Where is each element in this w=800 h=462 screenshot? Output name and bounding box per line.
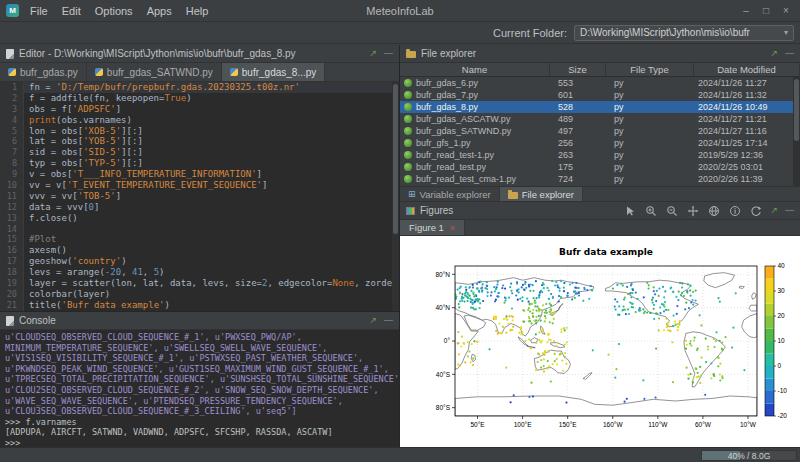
code-line[interactable]: 15#Plot xyxy=(0,234,399,245)
code-line[interactable]: 6lat = obs['YOB-5'][:] xyxy=(0,136,399,147)
meteoinfolab-window: M FileEditOptionsAppsHelp MeteoInfoLab –… xyxy=(0,0,800,462)
code-line[interactable]: 5lon = obs['XOB-5'][:] xyxy=(0,126,399,137)
code-line[interactable]: 8typ = obs['TYP-5'][:] xyxy=(0,158,399,169)
tab-file-explorer[interactable]: File explorer xyxy=(500,187,583,201)
code-text: v = obs['T___INFO_TEMPERATURE_INFORMATIO… xyxy=(24,169,262,180)
code-line[interactable]: 11vvv = vv['TOB-5'] xyxy=(0,191,399,202)
code-editor[interactable]: 1fn = 'D:/Temp/bufr/prepbufr.gdas.202303… xyxy=(0,82,399,311)
menu-file[interactable]: File xyxy=(23,2,55,20)
editor-tab-label: bufr_gdas.py xyxy=(20,67,78,78)
python-file-icon xyxy=(404,79,412,87)
file-type: py xyxy=(606,114,694,124)
scrollbar-thumb[interactable] xyxy=(393,84,398,234)
column-header-file-type[interactable]: File Type xyxy=(606,63,694,76)
hide-panel-icon[interactable]: — xyxy=(785,49,794,58)
code-line[interactable]: 21title('Bufr data example') xyxy=(0,300,399,311)
minimize-icon[interactable]: – xyxy=(736,5,756,16)
file-table[interactable]: bufr_gdas_6.py553py2024/11/26 11:27bufr_… xyxy=(400,77,800,186)
code-line[interactable]: 3obs = f['ADPSFC'] xyxy=(0,104,399,115)
undock-icon[interactable]: ↗ xyxy=(369,316,377,325)
tab-label: Variable explorer xyxy=(420,189,491,200)
current-folder-combobox[interactable]: D:\Working\MIScript\Jython\mis\io\bufr ▾ xyxy=(574,25,794,41)
maximize-icon[interactable]: □ xyxy=(756,5,776,16)
document-icon xyxy=(6,49,14,59)
editor-tab[interactable]: bufr_gdas_SATWND.py xyxy=(87,63,222,81)
column-header-size[interactable]: Size xyxy=(550,63,606,76)
file-row[interactable]: bufr_gdas_ASCATW.py489py2024/11/27 11:21 xyxy=(400,113,800,125)
file-row[interactable]: bufr_gdas_SATWND.py497py2024/11/27 11:16 xyxy=(400,125,800,137)
code-line[interactable]: 9v = obs['T___INFO_TEMPERATURE_INFORMATI… xyxy=(0,169,399,180)
menu-apps[interactable]: Apps xyxy=(140,2,179,20)
undock-icon[interactable]: ↗ xyxy=(770,206,778,215)
file-name-cell: bufr_read_test.py xyxy=(400,162,550,172)
scrollbar[interactable] xyxy=(392,82,399,311)
undock-icon[interactable]: ↗ xyxy=(770,49,778,58)
svg-text:100°E: 100°E xyxy=(514,421,532,428)
code-line[interactable]: 16axesm() xyxy=(0,245,399,256)
tab-label: File explorer xyxy=(522,189,574,200)
editor-tab[interactable]: bufr_gdas_8...py xyxy=(222,63,326,81)
file-date: 2020/2/26 11:39 xyxy=(694,174,800,184)
file-row[interactable]: bufr_gdas_7.py601py2024/11/26 11:32 xyxy=(400,89,800,101)
svg-text:0: 0 xyxy=(778,362,782,369)
memory-indicator[interactable]: 40% / 8.0G xyxy=(701,450,797,461)
code-line[interactable]: 1fn = 'D:/Temp/bufr/prepbufr.gdas.202303… xyxy=(0,82,399,93)
figure-canvas[interactable]: Bufr data example50°E100°E150°E160°W110°… xyxy=(400,236,800,447)
code-line[interactable]: 2f = addfile(fn, keepopen=True) xyxy=(0,93,399,104)
code-line[interactable]: 13f.close() xyxy=(0,213,399,224)
column-header-date-modified[interactable]: Date Modified xyxy=(694,63,800,76)
identify-icon[interactable] xyxy=(728,205,742,217)
svg-text:150°E: 150°E xyxy=(559,421,577,428)
code-line[interactable]: 4print(obs.varnames) xyxy=(0,115,399,126)
code-line[interactable]: 17geoshow('country') xyxy=(0,256,399,267)
file-name: bufr_gdas_7.py xyxy=(416,90,478,100)
code-line[interactable]: 12data = vvv[0] xyxy=(0,202,399,213)
file-row[interactable]: bufr_gdas_6.py553py2024/11/26 11:27 xyxy=(400,77,800,89)
hide-panel-icon[interactable]: — xyxy=(785,206,794,215)
zoom-out-icon[interactable] xyxy=(665,205,679,217)
file-row[interactable]: bufr_gdas_8.py528py2024/11/26 10:49 xyxy=(400,101,800,113)
editor-tab[interactable]: bufr_gdas.py xyxy=(0,63,87,81)
code-line[interactable]: 14 xyxy=(0,224,399,235)
current-folder-bar: Current Folder: D:\Working\MIScript\Jyth… xyxy=(0,22,800,44)
scrollbar-thumb[interactable] xyxy=(794,79,799,141)
svg-text:80°N: 80°N xyxy=(435,271,450,278)
file-date: 2024/11/27 11:21 xyxy=(694,114,800,124)
console-line: MINIMUM_TEMPERATURE_SEQUENCE', u'SWELLSE… xyxy=(5,343,399,354)
scrollbar[interactable] xyxy=(793,77,800,186)
figure-tab-label: Figure 1 xyxy=(409,222,444,233)
python-file-icon xyxy=(8,68,16,76)
file-row[interactable]: bufr_read_test.py175py2020/2/25 03:01 xyxy=(400,161,800,173)
hide-panel-icon[interactable]: — xyxy=(384,49,393,58)
file-row[interactable]: bufr_gfs_1.py256py2024/11/25 17:14 xyxy=(400,137,800,149)
code-line[interactable]: 19layer = scatter(lon, lat, data, levs, … xyxy=(0,278,399,289)
console-output[interactable]: u'CLOUDSEQ_OBSERVED_CLOUD_SEQUENCE_#_1',… xyxy=(0,330,399,449)
hide-panel-icon[interactable]: — xyxy=(384,316,393,325)
file-size: 497 xyxy=(550,126,606,136)
code-line[interactable]: 20colorbar(layer) xyxy=(0,289,399,300)
map-figure[interactable]: Bufr data example50°E100°E150°E160°W110°… xyxy=(409,240,791,442)
pan-icon[interactable] xyxy=(686,205,700,217)
file-row[interactable]: bufr_read_test_cma-1.py724py2020/2/26 11… xyxy=(400,173,800,185)
file-row[interactable]: bufr_read_test-1.py263py2019/5/29 12:36 xyxy=(400,149,800,161)
menu-edit[interactable]: Edit xyxy=(55,2,88,20)
figure-tab[interactable]: Figure 1 × xyxy=(400,220,465,235)
undock-icon[interactable]: ↗ xyxy=(369,49,377,58)
code-line[interactable]: 18levs = arange(-20, 41, 5) xyxy=(0,267,399,278)
close-icon[interactable]: × xyxy=(776,5,796,16)
menu-help[interactable]: Help xyxy=(179,2,216,20)
rotate-icon[interactable] xyxy=(749,205,763,217)
close-tab-icon[interactable]: × xyxy=(450,223,455,233)
code-text: #Plot xyxy=(24,234,56,245)
column-header-name[interactable]: Name xyxy=(400,63,550,76)
tab-variable-explorer[interactable]: ⊞Variable explorer xyxy=(400,187,500,201)
chevron-down-icon[interactable]: ▾ xyxy=(784,28,788,37)
select-tool-icon[interactable] xyxy=(623,205,637,217)
menu-options[interactable]: Options xyxy=(88,2,140,20)
console-line: u'TPRECSEQ_TOTAL_PRECIPITATION_SEQUENCE'… xyxy=(5,374,399,385)
code-line[interactable]: 7sid = obs['SID-5'][:] xyxy=(0,147,399,158)
zoom-in-icon[interactable] xyxy=(644,205,658,217)
console-line: u'WAVE_SEQ_WAVE_SEQUENCE', u'PTENDSEQ_PR… xyxy=(5,396,399,407)
full-extent-icon[interactable] xyxy=(707,205,721,217)
code-line[interactable]: 10vv = v['T_EVENT_TEMPERATURE_EVENT_SEQU… xyxy=(0,180,399,191)
